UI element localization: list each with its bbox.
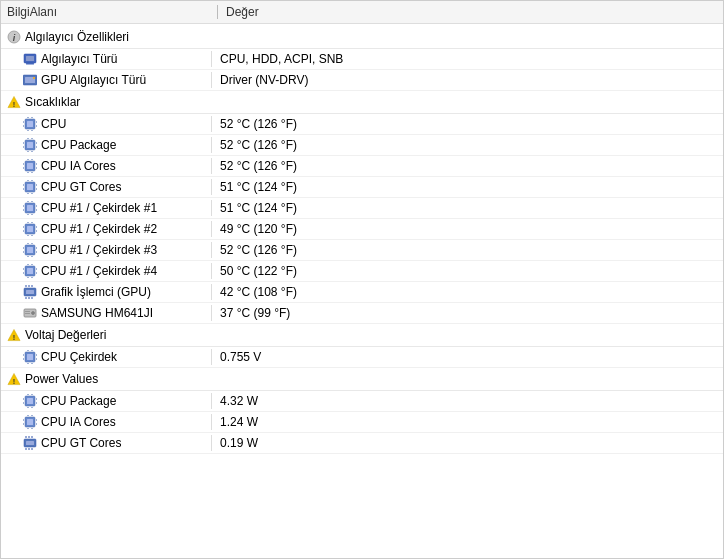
table-wrapper: BilgiAlanı Değer i Algılayıcı Özellikler… — [1, 1, 723, 456]
gpu-chip-icon — [23, 285, 37, 299]
svg-rect-71 — [27, 247, 33, 253]
svg-rect-81 — [27, 268, 33, 274]
section-temperatures: ! Sıcaklıklar — [1, 91, 723, 114]
table-row: CPU #1 / Çekirdek #2 49 °C (120 °F) — [1, 219, 723, 240]
row-value-cpu1-core4: 50 °C (122 °F) — [220, 264, 717, 278]
table-row: CPU IA Cores 1.24 W — [1, 412, 723, 433]
section-label-power: Power Values — [25, 372, 98, 386]
svg-rect-137 — [26, 441, 34, 445]
table-row: GPU Algılayıcı Türü Driver (NV-DRV) — [1, 70, 723, 91]
svg-rect-100 — [25, 311, 30, 312]
row-label-cpu-gt-power: CPU GT Cores — [41, 436, 121, 450]
chip-icon — [23, 180, 37, 194]
section-power: ! Power Values — [1, 368, 723, 391]
table-header: BilgiAlanı Değer — [1, 1, 723, 24]
row-value-cpu-core-volt: 0.755 V — [220, 350, 717, 364]
row-label-cpu: CPU — [41, 117, 66, 131]
row-name-gpu-temp: Grafik İşlemci (GPU) — [23, 285, 211, 299]
row-label-cpu1-core2: CPU #1 / Çekirdek #2 — [41, 222, 157, 236]
row-name-cpu: CPU — [23, 117, 211, 131]
svg-rect-61 — [27, 226, 33, 232]
row-name-cpu1-core4: CPU #1 / Çekirdek #4 — [23, 264, 211, 278]
row-label-samsung: SAMSUNG HM641JI — [41, 306, 153, 320]
row-value-cpu1-core1: 51 °C (124 °F) — [220, 201, 717, 215]
table-row: CPU Package 52 °C (126 °F) — [1, 135, 723, 156]
content-area: i Algılayıcı Özellikleri Algılayıcı Türü… — [1, 24, 723, 456]
row-label-gpu-temp: Grafik İşlemci (GPU) — [41, 285, 151, 299]
row-name-cpu1-core3: CPU #1 / Çekirdek #3 — [23, 243, 211, 257]
svg-rect-4 — [26, 63, 34, 65]
gpu-chip-icon — [23, 436, 37, 450]
row-value-cpu1-core3: 52 °C (126 °F) — [220, 243, 717, 257]
row-label-cpu-gt-cores: CPU GT Cores — [41, 180, 121, 194]
row-name-samsung: SAMSUNG HM641JI — [23, 306, 211, 320]
row-name-cpu-package: CPU Package — [23, 138, 211, 152]
row-label-cpu-pkg-power: CPU Package — [41, 394, 116, 408]
row-value-sensor-type: CPU, HDD, ACPI, SNB — [220, 52, 717, 66]
table-row: Grafik İşlemci (GPU) 42 °C (108 °F) — [1, 282, 723, 303]
chip-icon — [23, 138, 37, 152]
chip-icon — [23, 243, 37, 257]
row-name-sensor-type: Algılayıcı Türü — [23, 52, 211, 66]
row-value-cpu-pkg-power: 4.32 W — [220, 394, 717, 408]
row-value-cpu-gt-cores: 51 °C (124 °F) — [220, 180, 717, 194]
row-value-gpu-temp: 42 °C (108 °F) — [220, 285, 717, 299]
svg-rect-31 — [27, 163, 33, 169]
table-row: CPU Çekirdek 0.755 V — [1, 347, 723, 368]
svg-rect-101 — [25, 313, 30, 314]
table-row: CPU #1 / Çekirdek #4 50 °C (122 °F) — [1, 261, 723, 282]
row-name-cpu-core-volt: CPU Çekirdek — [23, 350, 211, 364]
svg-rect-91 — [26, 290, 34, 294]
svg-rect-127 — [27, 419, 33, 425]
row-name-cpu-gt-power: CPU GT Cores — [23, 436, 211, 450]
chip-icon — [23, 350, 37, 364]
table-row: CPU IA Cores 52 °C (126 °F) — [1, 156, 723, 177]
svg-rect-105 — [27, 354, 33, 360]
svg-rect-21 — [27, 142, 33, 148]
section-voltage: ! Voltaj Değerleri — [1, 324, 723, 347]
row-value-cpu: 52 °C (126 °F) — [220, 117, 717, 131]
warning-icon: ! — [7, 372, 21, 386]
warning-icon: ! — [7, 328, 21, 342]
row-label-cpu-core-volt: CPU Çekirdek — [41, 350, 117, 364]
table-row: CPU 52 °C (126 °F) — [1, 114, 723, 135]
svg-rect-117 — [27, 398, 33, 404]
row-name-cpu-ia-power: CPU IA Cores — [23, 415, 211, 429]
header-col-value: Değer — [226, 5, 717, 19]
hdd-icon — [23, 306, 37, 320]
table-row: CPU GT Cores 51 °C (124 °F) — [1, 177, 723, 198]
row-value-gpu-sensor-type: Driver (NV-DRV) — [220, 73, 717, 87]
row-value-cpu-ia-cores: 52 °C (126 °F) — [220, 159, 717, 173]
warning-icon: ! — [7, 95, 21, 109]
header-col-name: BilgiAlanı — [7, 5, 217, 19]
cpu-icon — [23, 52, 37, 66]
row-label-gpu-sensor-type: GPU Algılayıcı Türü — [41, 73, 146, 87]
row-value-cpu-ia-power: 1.24 W — [220, 415, 717, 429]
section-label-sensor-properties: Algılayıcı Özellikleri — [25, 30, 129, 44]
table-row: CPU #1 / Çekirdek #3 52 °C (126 °F) — [1, 240, 723, 261]
row-label-cpu1-core1: CPU #1 / Çekirdek #1 — [41, 201, 157, 215]
section-label-temperatures: Sıcaklıklar — [25, 95, 80, 109]
chip-icon — [23, 264, 37, 278]
svg-rect-41 — [27, 184, 33, 190]
chip-icon — [23, 159, 37, 173]
gpu-icon — [23, 73, 37, 87]
row-value-cpu-package: 52 °C (126 °F) — [220, 138, 717, 152]
svg-rect-51 — [27, 205, 33, 211]
svg-text:!: ! — [13, 377, 15, 386]
row-value-cpu-gt-power: 0.19 W — [220, 436, 717, 450]
table-row: CPU GT Cores 0.19 W — [1, 433, 723, 454]
row-name-cpu1-core2: CPU #1 / Çekirdek #2 — [23, 222, 211, 236]
svg-text:!: ! — [13, 333, 15, 342]
main-container: BilgiAlanı Değer i Algılayıcı Özellikler… — [0, 0, 724, 559]
row-name-cpu1-core1: CPU #1 / Çekirdek #1 — [23, 201, 211, 215]
info-icon: i — [7, 30, 21, 44]
chip-icon — [23, 222, 37, 236]
row-value-cpu1-core2: 49 °C (120 °F) — [220, 222, 717, 236]
row-label-sensor-type: Algılayıcı Türü — [41, 52, 117, 66]
row-label-cpu-ia-cores: CPU IA Cores — [41, 159, 116, 173]
row-name-cpu-gt-cores: CPU GT Cores — [23, 180, 211, 194]
svg-point-7 — [33, 77, 35, 79]
row-value-samsung: 37 °C (99 °F) — [220, 306, 717, 320]
table-row: SAMSUNG HM641JI 37 °C (99 °F) — [1, 303, 723, 324]
